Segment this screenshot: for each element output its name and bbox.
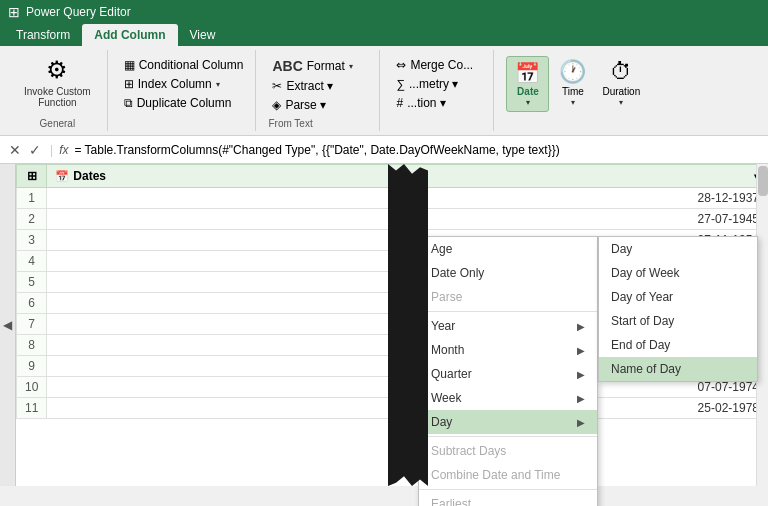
date-type-icon: 📅 <box>55 170 69 183</box>
time-dropdown[interactable]: ▾ <box>571 98 575 107</box>
submenu-item-day-of-week[interactable]: Day of Week <box>599 261 757 285</box>
ribbon-group-general: ⚙ Invoke CustomFunction General <box>8 50 108 131</box>
extract-icon: ✂ <box>272 79 282 93</box>
date-dropdown-menu[interactable]: Age Date Only Parse Year ▶ Month ▶ Quart… <box>418 236 598 506</box>
submenu-arrow: ▶ <box>577 393 585 404</box>
row-index: 11 <box>17 398 47 419</box>
row-index: 1 <box>17 188 47 209</box>
row-index: 6 <box>17 293 47 314</box>
row-index: 10 <box>17 377 47 398</box>
date-dropdown[interactable]: ▾ <box>526 98 530 107</box>
date-button[interactable]: 📅 Date ▾ <box>506 56 549 112</box>
format-button[interactable]: ABC Format ▾ <box>268 56 356 76</box>
menu-item-year[interactable]: Year ▶ <box>419 314 597 338</box>
row-index: 9 <box>17 356 47 377</box>
submenu-arrow: ▶ <box>577 417 585 428</box>
index-column-button[interactable]: ⊞ Index Column ▾ <box>120 75 248 93</box>
row-index: 5 <box>17 272 47 293</box>
main-content: ◀ ⊞ 📅 Dates ▾ <box>0 164 768 486</box>
app-title: Power Query Editor <box>26 5 131 19</box>
duration-button[interactable]: ⏱ Duration ▾ <box>596 56 646 110</box>
time-button[interactable]: 🕐 Time ▾ <box>553 56 592 110</box>
formula-cancel-button[interactable]: ✕ <box>6 142 24 158</box>
ribbon-group-from-text: ABC Format ▾ ✂ Extract ▾ ◈ Parse ▾ From … <box>260 50 380 131</box>
duration-icon: ⏱ <box>610 59 632 85</box>
index-col-icon: ⊞ <box>124 77 134 91</box>
ribbon: ⚙ Invoke CustomFunction General ▦ Condit… <box>0 46 768 136</box>
index-col-dropdown[interactable]: ▾ <box>216 80 220 89</box>
menu-item-week[interactable]: Week ▶ <box>419 386 597 410</box>
collapse-icon: ◀ <box>3 318 12 332</box>
menu-item-quarter[interactable]: Quarter ▶ <box>419 362 597 386</box>
row-index: 2 <box>17 209 47 230</box>
menu-separator <box>419 436 597 437</box>
standard-button[interactable]: # ...tion ▾ <box>392 94 477 112</box>
time-icon: 🕐 <box>559 59 586 85</box>
conditional-col-icon: ▦ <box>124 58 135 72</box>
statistics-button[interactable]: ∑ ...metry ▾ <box>392 75 477 93</box>
dup-col-icon: ⧉ <box>124 96 133 110</box>
row-index: 7 <box>17 314 47 335</box>
dates-col-label: Dates <box>73 169 106 183</box>
row-index: 3 <box>17 230 47 251</box>
tab-view[interactable]: View <box>178 24 228 46</box>
menu-separator <box>419 489 597 490</box>
day-submenu[interactable]: Day Day of Week Day of Year Start of Day… <box>598 236 758 382</box>
date-icon: 📅 <box>515 61 540 85</box>
formula-fx-label: fx <box>59 143 68 157</box>
menu-item-earliest: Earliest <box>419 492 597 506</box>
ribbon-tabs: Transform Add Column View <box>0 24 768 46</box>
menu-item-combine-date-time: Combine Date and Time <box>419 463 597 487</box>
submenu-item-end-of-day[interactable]: End of Day <box>599 333 757 357</box>
row-index: 8 <box>17 335 47 356</box>
formula-bar: ✕ ✓ | fx <box>0 136 768 164</box>
extract-button[interactable]: ✂ Extract ▾ <box>268 77 356 95</box>
merge-icon: ⇔ <box>396 58 406 72</box>
merge-columns-button[interactable]: ⇔ Merge Co... <box>392 56 477 74</box>
index-column-header: ⊞ <box>17 165 47 188</box>
submenu-arrow: ▶ <box>577 369 585 380</box>
title-bar: ⊞ Power Query Editor <box>0 0 768 24</box>
ribbon-group-columns: ▦ Conditional Column ⊞ Index Column ▾ ⧉ … <box>112 50 257 131</box>
ribbon-group-merge: ⇔ Merge Co... ∑ ...metry ▾ # ...tion ▾ <box>384 50 494 131</box>
menu-separator <box>419 311 597 312</box>
parse-icon: ◈ <box>272 98 281 112</box>
menu-item-age[interactable]: Age <box>419 237 597 261</box>
submenu-arrow: ▶ <box>577 321 585 332</box>
invoke-custom-function-button[interactable]: ⚙ Invoke CustomFunction <box>16 52 99 112</box>
ribbon-group-datetime: 📅 Date ▾ 🕐 Time ▾ ⏱ Duration ▾ <box>498 50 654 131</box>
submenu-item-day-of-year[interactable]: Day of Year <box>599 285 757 309</box>
sidebar-toggle-button[interactable]: ◀ <box>0 164 16 486</box>
submenu-item-start-of-day[interactable]: Start of Day <box>599 309 757 333</box>
duration-dropdown[interactable]: ▾ <box>619 98 623 107</box>
stats-icon: ∑ <box>396 77 405 91</box>
conditional-column-button[interactable]: ▦ Conditional Column <box>120 56 248 74</box>
submenu-item-day[interactable]: Day <box>599 237 757 261</box>
menu-item-month[interactable]: Month ▶ <box>419 338 597 362</box>
tab-transform[interactable]: Transform <box>4 24 82 46</box>
menu-item-date-only[interactable]: Date Only <box>419 261 597 285</box>
format-icon: ABC <box>272 58 302 74</box>
duplicate-column-button[interactable]: ⧉ Duplicate Column <box>120 94 248 112</box>
formula-input[interactable] <box>74 143 762 157</box>
menu-item-subtract-days: Subtract Days <box>419 439 597 463</box>
torn-edge <box>388 164 428 486</box>
standard-icon: # <box>396 96 403 110</box>
tab-add-column[interactable]: Add Column <box>82 24 177 46</box>
submenu-item-name-of-day[interactable]: Name of Day <box>599 357 757 381</box>
function-icon: ⚙ <box>46 56 68 84</box>
submenu-arrow: ▶ <box>577 345 585 356</box>
menu-item-parse: Parse <box>419 285 597 309</box>
app-icon: ⊞ <box>8 4 20 20</box>
menu-item-day[interactable]: Day ▶ <box>419 410 597 434</box>
scrollbar-thumb[interactable] <box>758 166 768 196</box>
row-index: 4 <box>17 251 47 272</box>
table-icon: ⊞ <box>27 169 37 183</box>
parse-button[interactable]: ◈ Parse ▾ <box>268 96 356 114</box>
formula-confirm-button[interactable]: ✓ <box>26 142 44 158</box>
